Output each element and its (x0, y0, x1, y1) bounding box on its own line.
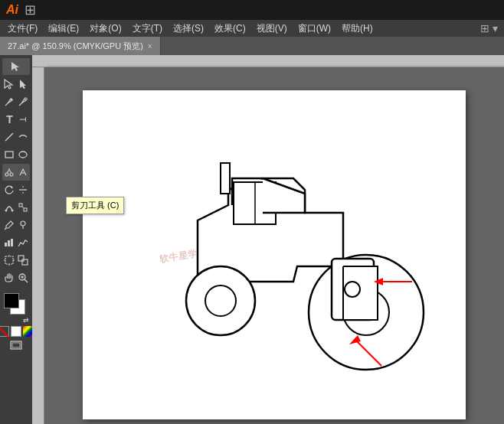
svg-rect-13 (24, 208, 27, 211)
panel-toggle-icon[interactable]: ⊞ ▾ (480, 22, 501, 34)
hand-tool-button[interactable] (2, 269, 30, 286)
svg-point-3 (19, 152, 27, 158)
svg-line-14 (22, 207, 24, 208)
toolbar: T T (0, 55, 32, 424)
rect-tool-button[interactable] (2, 146, 30, 163)
white-fill-button[interactable] (11, 326, 21, 337)
svg-point-16 (21, 221, 25, 226)
type-icon: T (6, 113, 13, 126)
rotate-tool-button[interactable] (2, 181, 30, 198)
tab-close-button[interactable]: × (148, 42, 152, 51)
artboard-page: 软牛星学网 WWW.RJFXW.COM (83, 90, 466, 419)
none-stroke-button[interactable] (0, 326, 9, 337)
svg-rect-26 (18, 256, 24, 261)
svg-line-29 (25, 279, 28, 282)
tooltip-text: 剪刀工具 (C) (71, 201, 119, 210)
svg-rect-27 (22, 259, 28, 265)
menu-window[interactable]: 窗口(W) (293, 21, 335, 37)
type-tool-button[interactable]: T T (2, 111, 30, 128)
canvas-area: // Will be drawn via inline rendering 软牛… (32, 55, 504, 424)
svg-point-0 (11, 99, 13, 101)
menu-object[interactable]: 对象(O) (85, 21, 126, 37)
svg-rect-20 (11, 239, 13, 246)
screen-mode-icon[interactable] (10, 341, 22, 350)
menu-bar: 文件(F) 编辑(E) 对象(O) 文字(T) 选择(S) 效果(C) 视图(V… (0, 20, 504, 37)
svg-rect-33 (12, 343, 20, 347)
menu-effect[interactable]: 效果(C) (210, 21, 250, 37)
line-tool-button[interactable] (2, 129, 30, 145)
graph-tool-button[interactable] (2, 234, 30, 251)
svg-point-39 (205, 285, 236, 316)
screen-mode-buttons (10, 341, 22, 350)
tab-bar: 27.ai* @ 150.9% (CMYK/GPU 预览) × (0, 37, 504, 55)
window-controls-icon: ⊞ (25, 2, 36, 18)
menu-text[interactable]: 文字(T) (128, 21, 167, 37)
svg-point-43 (345, 282, 360, 297)
svg-line-7 (9, 170, 11, 173)
document-tab[interactable]: 27.ai* @ 150.9% (CMYK/GPU 预览) × (0, 37, 161, 55)
menu-edit[interactable]: 编辑(E) (44, 21, 83, 37)
menu-help[interactable]: 帮助(H) (337, 21, 378, 37)
swap-colors-icon[interactable]: ⇄ (23, 316, 29, 324)
color-swatches[interactable]: ⇄ (2, 292, 30, 324)
svg-line-6 (7, 170, 9, 173)
main-area: T T (0, 55, 504, 424)
svg-rect-2 (5, 152, 13, 158)
ruler-top: // Will be drawn via inline rendering (32, 55, 504, 67)
ai-logo: Ai (6, 3, 18, 17)
eyedropper-tool-button[interactable] (2, 217, 30, 233)
svg-rect-18 (5, 243, 7, 246)
foreground-color-swatch[interactable] (4, 293, 19, 308)
ruler-left (32, 67, 44, 424)
svg-rect-37 (221, 163, 230, 194)
tractor-drawing (129, 106, 435, 396)
menu-file[interactable]: 文件(F) (3, 21, 42, 37)
color-mode-buttons (0, 326, 34, 337)
vertical-type-icon: T (18, 117, 28, 122)
svg-line-1 (5, 133, 13, 141)
svg-rect-12 (19, 204, 22, 207)
tool-tooltip: 剪刀工具 (C) (66, 197, 124, 214)
svg-rect-19 (8, 240, 10, 246)
pen-tool-button[interactable] (2, 93, 30, 110)
title-bar: Ai ⊞ (0, 0, 504, 20)
svg-line-15 (5, 228, 6, 230)
selection-tool-button[interactable] (2, 58, 30, 75)
svg-rect-21 (5, 256, 13, 264)
artboard-tool-button[interactable] (2, 252, 30, 269)
svg-point-4 (5, 173, 8, 176)
direct-selection-tool-button[interactable] (2, 76, 30, 93)
scissors-tool-button[interactable] (2, 164, 30, 181)
ruler-top-ticks: // Will be drawn via inline rendering (47, 55, 504, 67)
svg-point-11 (11, 210, 14, 212)
svg-point-5 (10, 173, 13, 176)
document-tab-label: 27.ai* @ 150.9% (CMYK/GPU 预览) (8, 41, 143, 52)
menu-select[interactable]: 选择(S) (169, 21, 208, 37)
blend-tool-button[interactable] (2, 199, 30, 216)
canvas-content: 软牛星学网 WWW.RJFXW.COM (44, 67, 504, 424)
menu-view[interactable]: 视图(V) (252, 21, 292, 37)
svg-point-10 (5, 210, 8, 212)
